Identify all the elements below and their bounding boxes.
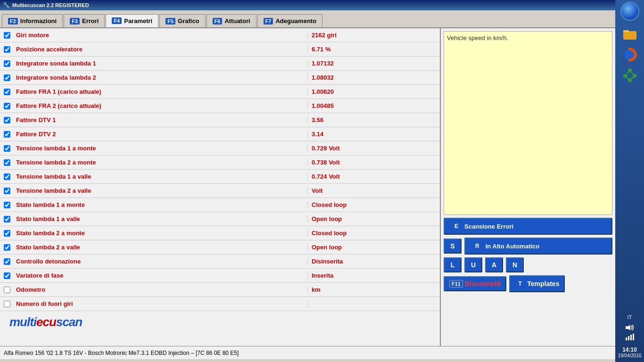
param-checkbox-cell bbox=[0, 46, 14, 53]
taskbar: IT 14:10 19/04/2016 bbox=[615, 0, 644, 362]
network-status-icon[interactable] bbox=[624, 333, 636, 341]
param-checkbox[interactable] bbox=[4, 32, 10, 39]
param-name-cell: Giri motore bbox=[14, 32, 308, 39]
param-checkbox[interactable] bbox=[4, 159, 10, 166]
param-name-cell: Integratore sonda lambda 1 bbox=[14, 60, 308, 67]
content-area: Giri motore2162 giriPosizione accelerato… bbox=[0, 27, 615, 346]
table-row: Tensione lambda 1 a valle0.724 Volt bbox=[0, 170, 440, 184]
scansione-errori-button[interactable]: E Scansione Errori bbox=[444, 218, 612, 235]
param-checkbox[interactable] bbox=[4, 145, 10, 152]
param-checkbox[interactable] bbox=[4, 272, 10, 279]
svg-rect-3 bbox=[628, 69, 632, 72]
svg-rect-13 bbox=[628, 336, 629, 340]
param-name-cell: Tensione lambda 2 a monte bbox=[14, 159, 308, 166]
param-checkbox-cell bbox=[0, 258, 14, 265]
param-name-cell: Numero di fuori giri bbox=[14, 300, 308, 307]
taskbar-network[interactable] bbox=[620, 66, 639, 85]
param-value-cell: Closed loop bbox=[308, 201, 440, 208]
param-name-cell: Fattore DTV 1 bbox=[14, 116, 308, 123]
param-checkbox[interactable] bbox=[4, 60, 10, 67]
e-key: E bbox=[451, 222, 462, 231]
automatico-label: In Alto Automatico bbox=[486, 243, 540, 250]
table-row: Giri motore2162 giri bbox=[0, 28, 440, 42]
table-row: Fattore DTV 13.56 bbox=[0, 113, 440, 127]
param-checkbox[interactable] bbox=[4, 103, 10, 109]
taskbar-folder[interactable] bbox=[620, 25, 639, 43]
volume-icon[interactable] bbox=[624, 324, 636, 331]
taskbar-firefox[interactable] bbox=[620, 45, 639, 64]
param-value-cell: 0.738 Volt bbox=[308, 159, 440, 166]
tab-informazioni[interactable]: F2 Informazioni bbox=[2, 14, 63, 27]
disconnetti-button[interactable]: F11 Disconnetti bbox=[444, 276, 506, 291]
param-value-cell: km bbox=[308, 286, 440, 293]
table-row: Integratore sonda lambda 11.07132 bbox=[0, 57, 440, 71]
param-checkbox[interactable] bbox=[4, 202, 10, 208]
param-checkbox[interactable] bbox=[4, 131, 10, 138]
templates-label: Templates bbox=[527, 280, 559, 288]
start-button[interactable] bbox=[620, 2, 639, 21]
tab-grafico[interactable]: F5 Grafico bbox=[159, 14, 205, 27]
l-button[interactable]: L bbox=[444, 257, 462, 272]
s-button[interactable]: S bbox=[444, 239, 462, 254]
param-checkbox[interactable] bbox=[4, 230, 10, 237]
param-checkbox[interactable] bbox=[4, 287, 10, 293]
svg-rect-1 bbox=[623, 30, 629, 32]
a-button[interactable]: A bbox=[485, 257, 503, 272]
param-checkbox-cell bbox=[0, 230, 14, 237]
tab-adeguamento[interactable]: F7 Adeguamento bbox=[257, 14, 323, 27]
n-button[interactable]: N bbox=[506, 257, 524, 272]
param-checkbox[interactable] bbox=[4, 117, 10, 123]
param-name-cell: Fattore FRA 2 (carico attuale) bbox=[14, 102, 308, 109]
param-checkbox-cell bbox=[0, 32, 14, 39]
table-row: Controllo detonazioneDisinserita bbox=[0, 255, 440, 269]
table-row: Fattore FRA 1 (carico attuale)1.00620 bbox=[0, 85, 440, 99]
table-row: Tensione lambda 2 a valle Volt bbox=[0, 184, 440, 198]
table-row: Stato lambda 1 a valleOpen loop bbox=[0, 212, 440, 226]
tab-parametri[interactable]: F4 Parametri bbox=[106, 14, 158, 27]
param-checkbox[interactable] bbox=[4, 46, 10, 53]
clock-time: 14:10 bbox=[618, 346, 641, 353]
table-row: Odometro km bbox=[0, 283, 440, 297]
automatico-row: S R In Alto Automatico bbox=[444, 238, 612, 255]
svg-marker-11 bbox=[626, 325, 630, 330]
param-value-cell: Disinserita bbox=[308, 258, 440, 265]
param-checkbox-cell bbox=[0, 103, 14, 109]
param-name-cell: Odometro bbox=[14, 286, 308, 293]
right-panel: Vehicle speed in km/h. E Scansione Error… bbox=[441, 28, 615, 346]
u-button[interactable]: U bbox=[464, 257, 482, 272]
param-checkbox-cell bbox=[0, 188, 14, 194]
params-table[interactable]: Giri motore2162 giriPosizione accelerato… bbox=[0, 28, 440, 324]
automatico-button[interactable]: R In Alto Automatico bbox=[464, 238, 612, 255]
param-name-cell: Posizione acceleratore bbox=[14, 46, 308, 53]
svg-rect-6 bbox=[628, 79, 632, 82]
param-checkbox-cell bbox=[0, 89, 14, 95]
clock-date: 19/04/2016 bbox=[618, 353, 641, 358]
param-checkbox[interactable] bbox=[4, 188, 10, 194]
svg-line-7 bbox=[625, 72, 630, 74]
tab-attuatori[interactable]: F6 Attuatori bbox=[206, 14, 256, 27]
tab-errori[interactable]: F3 Errori bbox=[64, 14, 105, 27]
param-value-cell: 0.729 Volt bbox=[308, 145, 440, 152]
tab-errori-label: Errori bbox=[82, 17, 99, 25]
title-area: 🔧 Multiecuscan 2.2 REGISTERED bbox=[3, 2, 89, 8]
tab-attuatori-label: Attuatori bbox=[224, 17, 250, 25]
param-checkbox[interactable] bbox=[4, 74, 10, 81]
templates-button[interactable]: T Templates bbox=[509, 275, 565, 292]
param-checkbox[interactable] bbox=[4, 301, 10, 307]
svg-rect-14 bbox=[630, 335, 632, 340]
table-row: Tensione lambda 1 a monte0.729 Volt bbox=[0, 141, 440, 156]
param-checkbox[interactable] bbox=[4, 258, 10, 265]
param-checkbox[interactable] bbox=[4, 173, 10, 180]
param-checkbox-cell bbox=[0, 74, 14, 81]
param-checkbox-cell bbox=[0, 60, 14, 67]
app-icon: 🔧 bbox=[3, 2, 10, 8]
svg-rect-0 bbox=[623, 31, 636, 40]
param-checkbox[interactable] bbox=[4, 216, 10, 222]
scansione-label: Scansione Errori bbox=[464, 223, 513, 230]
param-name-cell: Variatore di fase bbox=[14, 272, 308, 279]
param-checkbox-cell bbox=[0, 301, 14, 307]
param-checkbox[interactable] bbox=[4, 244, 10, 251]
param-checkbox[interactable] bbox=[4, 89, 10, 95]
info-text: Vehicle speed in km/h. bbox=[447, 34, 508, 41]
tab-adeguamento-label: Adeguamento bbox=[275, 17, 316, 25]
